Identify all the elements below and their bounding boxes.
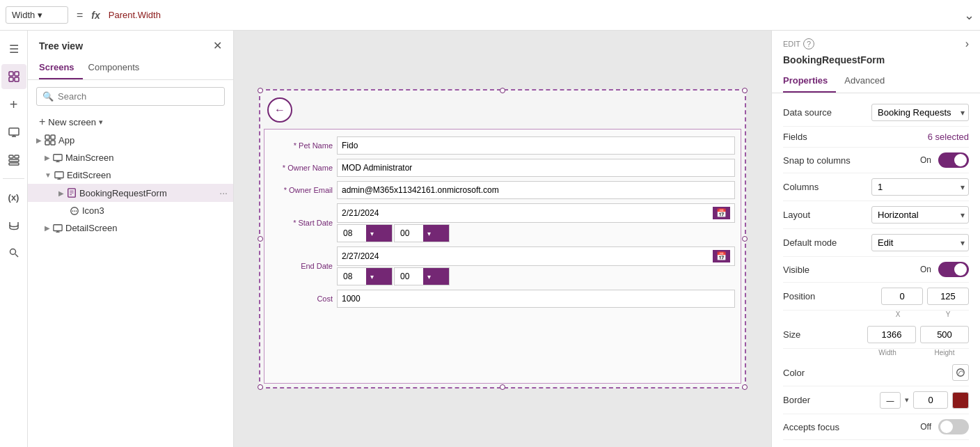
prop-layout: Layout Horizontal (783, 201, 969, 229)
sidebar-formula-icon[interactable]: (x) (1, 185, 26, 210)
end-date-input[interactable]: 2/27/2024 📅 (337, 246, 735, 266)
end-date-label: End Date (270, 262, 333, 270)
sidebar-menu-icon[interactable]: ☰ (1, 36, 26, 61)
position-y-input[interactable] (927, 288, 969, 305)
size-height-input[interactable] (920, 326, 969, 343)
columns-dropdown[interactable]: 1 (871, 178, 969, 196)
new-screen-button[interactable]: + New screen ▾ (28, 113, 233, 131)
sidebar-add-icon[interactable]: + (1, 92, 26, 117)
end-date-row: 2/27/2024 📅 08 ▾ 00 ▾ (337, 246, 735, 285)
end-hour-select[interactable]: 08 ▾ (337, 267, 393, 285)
position-x-input[interactable] (881, 288, 923, 305)
end-time-row: 08 ▾ 00 ▾ (337, 267, 735, 285)
svg-point-29 (72, 210, 74, 212)
sidebar-search-icon[interactable] (1, 240, 26, 265)
tab-components[interactable]: Components (88, 58, 148, 79)
end-date-calendar-icon[interactable]: 📅 (713, 250, 730, 262)
sidebar-insert-icon[interactable] (1, 148, 26, 173)
position-labels-row: X Y (783, 311, 969, 321)
panel-chevron-right-icon[interactable]: › (965, 38, 969, 50)
svg-rect-32 (54, 224, 62, 230)
svg-rect-10 (9, 163, 19, 165)
properties-section: Data source Booking Requests Fields 6 se… (772, 93, 980, 446)
handle-ml[interactable] (258, 236, 263, 242)
data-source-select[interactable]: Booking Requests (871, 104, 969, 121)
tree-close-icon[interactable]: ✕ (213, 39, 222, 52)
property-selector[interactable]: Width ▾ (6, 6, 68, 24)
y-label: Y (927, 311, 969, 318)
prop-data-source: Data source Booking Requests (783, 99, 969, 127)
end-minute-select[interactable]: 00 ▾ (394, 267, 450, 285)
size-width-input[interactable] (867, 326, 916, 343)
accepts-focus-toggle[interactable] (938, 419, 969, 434)
columns-select[interactable]: 1 (871, 178, 969, 196)
handle-tr[interactable] (742, 88, 748, 93)
tree-item-icon3[interactable]: Icon3 (28, 202, 233, 219)
start-minute-select[interactable]: 00 ▾ (394, 224, 450, 242)
owner-email-input[interactable] (337, 181, 735, 199)
tree-item-editscreen[interactable]: ▼ EditScreen (28, 166, 233, 184)
tree-item-app[interactable]: ▶ App (28, 131, 233, 149)
tree-item-bookingrequestform[interactable]: ▶ BookingRequestForm ··· (28, 184, 233, 202)
fields-selected[interactable]: 6 selected (928, 132, 969, 142)
start-minute-value: 00 (395, 228, 423, 238)
form-icon (67, 188, 77, 198)
default-mode-select[interactable]: Edit (871, 234, 969, 251)
handle-mr[interactable] (742, 236, 748, 242)
start-hour-value: 08 (338, 228, 366, 238)
svg-rect-0 (9, 72, 13, 76)
data-source-label: Data source (783, 107, 832, 118)
svg-rect-15 (51, 135, 55, 139)
formula-chevron-icon[interactable]: ⌄ (964, 8, 974, 23)
start-hour-chevron-icon[interactable]: ▾ (366, 225, 392, 242)
start-date-value: 2/21/2024 (342, 208, 379, 218)
sidebar-data-icon[interactable] (1, 212, 26, 237)
start-hour-select[interactable]: 08 ▾ (337, 224, 393, 242)
handle-br[interactable] (742, 384, 748, 390)
owner-name-input[interactable] (337, 159, 735, 177)
cost-input[interactable] (337, 290, 735, 308)
x-label: X (877, 311, 919, 318)
border-style-select[interactable]: — (880, 392, 901, 409)
sidebar-tree-icon[interactable] (1, 64, 26, 89)
default-mode-dropdown[interactable]: Edit (871, 234, 969, 251)
border-width-input[interactable] (913, 391, 948, 409)
tab-advanced[interactable]: Advanced (844, 71, 893, 93)
start-date-calendar-icon[interactable]: 📅 (713, 207, 730, 219)
snap-toggle[interactable] (938, 152, 969, 168)
data-source-dropdown[interactable]: Booking Requests (871, 104, 969, 121)
position-y-col (927, 288, 969, 305)
handle-bl[interactable] (258, 384, 263, 390)
tree-item-detailscreen[interactable]: ▶ DetailScreen (28, 219, 233, 237)
new-screen-label: New screen (48, 117, 96, 127)
layout-dropdown[interactable]: Horizontal (871, 206, 969, 224)
search-input[interactable] (58, 91, 219, 102)
end-hour-chevron-icon[interactable]: ▾ (366, 268, 392, 285)
handle-tm[interactable] (500, 88, 505, 93)
tree-item-mainscreen[interactable]: ▶ MainScreen (28, 149, 233, 166)
handle-bm[interactable] (500, 384, 505, 390)
border-color-swatch[interactable] (952, 392, 969, 409)
color-picker-icon[interactable] (952, 364, 969, 381)
tab-properties[interactable]: Properties (783, 71, 836, 93)
end-hour-value: 08 (338, 272, 366, 281)
detailscreen-label: DetailScreen (65, 223, 117, 233)
formula-input[interactable] (106, 7, 958, 23)
end-minute-chevron-icon[interactable]: ▾ (423, 268, 449, 285)
svg-rect-21 (55, 171, 63, 178)
mainscreen-chevron-right-icon: ▶ (45, 154, 50, 162)
pet-name-input[interactable] (337, 136, 735, 155)
prop-fields: Fields 6 selected (783, 127, 969, 148)
border-chevron-icon[interactable]: ▾ (905, 395, 909, 405)
app-chevron-right-icon: ▶ (36, 136, 42, 144)
visible-toggle[interactable] (938, 262, 969, 277)
help-icon[interactable]: ? (803, 38, 814, 49)
back-button[interactable]: ← (267, 97, 292, 123)
start-minute-chevron-icon[interactable]: ▾ (423, 225, 449, 242)
start-date-input[interactable]: 2/21/2024 📅 (337, 203, 735, 223)
handle-tl[interactable] (258, 88, 263, 93)
tab-screens[interactable]: Screens (39, 58, 83, 79)
sidebar-screen-icon[interactable] (1, 120, 26, 145)
form-more-icon[interactable]: ··· (219, 187, 228, 198)
layout-select[interactable]: Horizontal (871, 206, 969, 224)
